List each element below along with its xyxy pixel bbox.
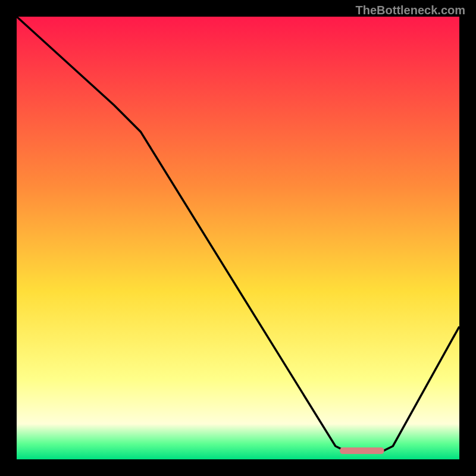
optimal-marker <box>340 447 384 454</box>
watermark-text: TheBottleneck.com <box>356 4 465 17</box>
gradient-background <box>17 17 459 459</box>
chart-svg <box>17 17 459 459</box>
chart-area <box>17 17 459 459</box>
